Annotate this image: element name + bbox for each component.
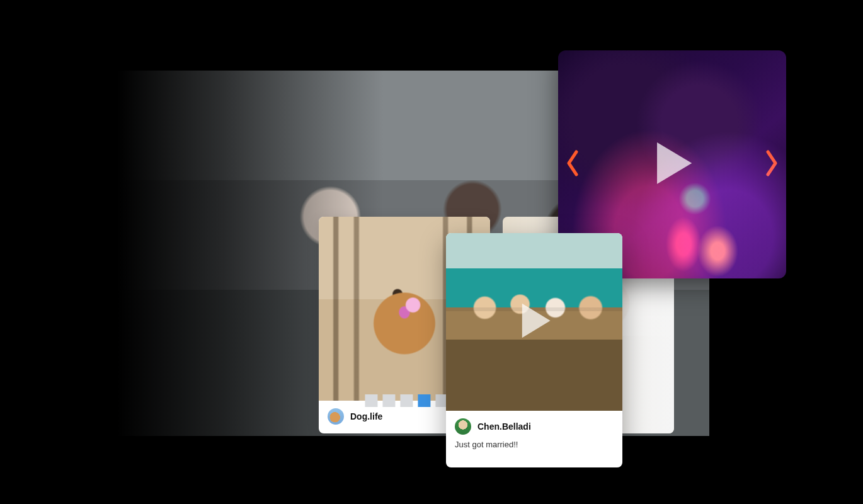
svg-marker-0	[657, 142, 692, 184]
carousel-dot-2[interactable]	[382, 394, 395, 407]
play-icon	[643, 183, 701, 194]
carousel-featured-username[interactable]: Dog.life	[350, 411, 382, 421]
carousel-dot-4[interactable]	[418, 394, 430, 407]
svg-marker-1	[522, 304, 551, 338]
chevron-left-icon	[565, 149, 580, 180]
video-nav-next[interactable]	[761, 147, 782, 181]
avatar[interactable]	[455, 418, 471, 435]
play-icon	[509, 337, 559, 348]
post-caption: Just got married!!	[446, 438, 622, 458]
avatar[interactable]	[328, 408, 344, 425]
post-meta: Chen.Belladi	[446, 411, 622, 438]
play-button[interactable]	[643, 134, 701, 195]
carousel-dot-1[interactable]	[365, 394, 377, 407]
carousel-dot-3[interactable]	[400, 394, 413, 407]
post-card[interactable]: Chen.Belladi Just got married!!	[446, 233, 622, 467]
carousel-pagination	[365, 394, 448, 407]
chevron-right-icon	[764, 149, 779, 180]
play-button[interactable]	[509, 295, 559, 348]
post-image	[446, 233, 622, 411]
video-nav-prev[interactable]	[562, 147, 583, 181]
carousel-card-prev[interactable]	[117, 71, 306, 291]
post-username[interactable]: Chen.Belladi	[477, 421, 531, 432]
